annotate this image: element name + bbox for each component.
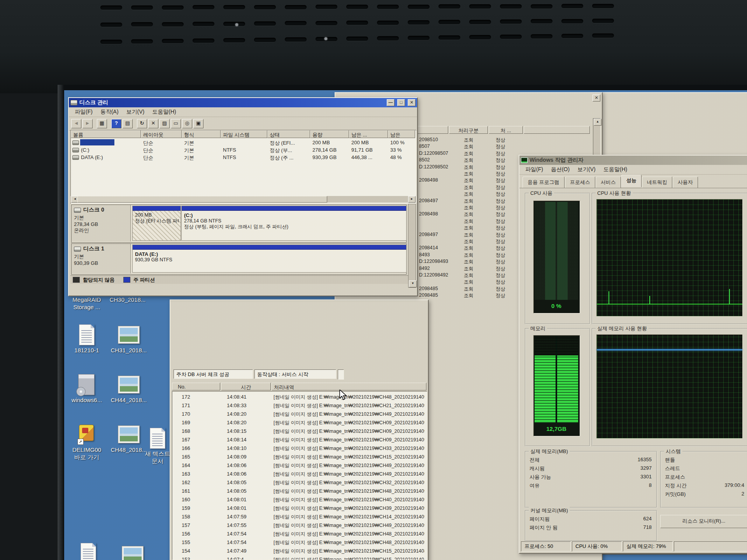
log-row[interactable]: 16714:08:14[썸네일 이미지 생성] E:₩image_tn₩2021… [172, 436, 425, 444]
tab-프로세스[interactable]: 프로세스 [565, 177, 595, 188]
console-tree-icon[interactable]: ▦ [97, 119, 107, 128]
volume-column-header[interactable]: 남은 [388, 130, 415, 138]
scrollbar-vertical[interactable]: ▲ [593, 118, 601, 158]
manage-icon[interactable]: ▣ [193, 119, 203, 128]
close-icon[interactable]: ✕ [593, 94, 600, 102]
log-row[interactable]: 15514:07:54[썸네일 이미지 생성] E:₩image_tn₩2021… [172, 539, 425, 547]
column-header-no[interactable]: No. [172, 383, 220, 390]
desktop-icon[interactable]: 181210-1 [68, 324, 105, 354]
menu-item[interactable]: 도움말(H) [149, 108, 179, 116]
menu-item[interactable]: 보기(V) [123, 108, 148, 116]
log-no: 159 [182, 505, 190, 511]
help-icon[interactable]: ? [111, 119, 121, 128]
menu-item[interactable]: 보기(V) [574, 165, 599, 174]
scrollbar-vertical[interactable]: ▼ [408, 204, 416, 288]
log-row[interactable]: 16814:08:15[썸네일 이미지 생성] E:₩image_tn₩2021… [172, 427, 425, 436]
log-row[interactable]: 15414:07:49[썸네일 이미지 생성] E:₩image_tn₩2021… [172, 547, 425, 556]
photo-frame [118, 425, 140, 443]
disk-info-cell[interactable]: 디스크 0기본278,34 GB온라인 [72, 205, 131, 242]
vent-slot [346, 21, 368, 25]
tab-응용 프로그램[interactable]: 응용 프로그램 [523, 177, 565, 188]
column-header-detail[interactable]: 처리내역 [272, 383, 426, 390]
legend-swatch [73, 277, 80, 283]
maximize-icon[interactable]: □ [397, 99, 405, 106]
log-row[interactable]: 16214:08:05[썸네일 이미지 생성] E:₩image_tn₩2021… [172, 479, 425, 487]
volume-row[interactable]: 단순기본정상 (EFI...200 MB200 MB100 % [71, 139, 415, 146]
column-header-time[interactable]: 시간 [221, 383, 271, 390]
back-icon[interactable]: ◄ [71, 119, 81, 128]
partition-box[interactable]: DATA (E:)930,39 GB NTFS [132, 245, 407, 273]
volume-column-header[interactable]: 용량 [310, 130, 349, 138]
volume-column-header[interactable]: 남은 ... [349, 130, 388, 138]
close-icon[interactable]: ✕ [408, 99, 416, 106]
resource-monitor-button[interactable]: 리소스 모니터(R)... [660, 515, 747, 528]
open-icon[interactable]: ▭ [171, 119, 181, 128]
log-row[interactable]: 16114:08:05[썸네일 이미지 생성] E:₩image_tn₩2021… [172, 487, 425, 496]
log-row[interactable]: 16414:08:06[썸네일 이미지 생성] E:₩image_tn₩2021… [172, 462, 425, 470]
job-number: D:122098507 [419, 150, 448, 156]
desktop-icon[interactable]: windows6... [68, 373, 105, 404]
partition-box[interactable]: (C:)278,14 GB NTFS정상 (부팅, 페이지 파일, 크래시 덤프… [181, 206, 407, 241]
desktop-icon[interactable] [70, 542, 107, 560]
menu-item[interactable]: 옵션(O) [547, 165, 573, 174]
stat-label: 프로세스 [665, 474, 685, 481]
forward-icon[interactable]: ► [82, 119, 93, 128]
disk-info-cell[interactable]: 디스크 1기본930,39 GB [72, 244, 131, 273]
log-row[interactable]: 16614:08:10[썸네일 이미지 생성] E:₩image_tn₩2021… [172, 444, 425, 453]
desktop-icon[interactable]: CH44_2018... [110, 373, 147, 404]
volume-column-header[interactable]: 볼륨 [71, 130, 141, 138]
desktop-icon[interactable]: MegaRAID Storage ... [68, 296, 105, 311]
log-row[interactable]: 16514:08:09[썸네일 이미지 생성] E:₩image_tn₩2021… [172, 453, 425, 462]
tab-사용자[interactable]: 사용자 [673, 177, 698, 188]
scroll-up-icon[interactable]: ▲ [594, 119, 601, 126]
menu-item[interactable]: 파일(F) [522, 165, 547, 174]
job-list-row[interactable]: 8507조회정상 [417, 143, 600, 150]
log-row[interactable]: 15614:07:54[썸네일 이미지 생성] E:₩image_tn₩2021… [172, 530, 425, 539]
menu-item[interactable]: 동작(A) [97, 108, 122, 116]
log-row[interactable]: 17114:08:33[썸네일 이미지 생성] E:₩image_tn₩2021… [172, 402, 425, 410]
menu-item[interactable]: 파일(F) [71, 108, 96, 116]
desktop-icon[interactable]: CH30_2018... [109, 296, 146, 304]
log-row[interactable]: 15314:07:4[썸네일 이미지 생성] E:₩image_tn₩20210… [172, 556, 425, 560]
volume-column-header[interactable]: 파일 시스템 [221, 130, 267, 138]
panel-icon[interactable]: ▤ [123, 119, 133, 128]
volume-capacity: 278,14 GB [312, 147, 337, 153]
log-row[interactable]: 16014:08:01[썸네일 이미지 생성] E:₩image_tn₩2021… [172, 496, 425, 504]
log-no: 171 [182, 402, 190, 408]
search-icon[interactable]: ◎ [182, 119, 192, 128]
tab-서비스[interactable]: 서비스 [596, 177, 621, 188]
disk-management-titlebar[interactable]: 디스크 관리—□✕ [69, 98, 417, 107]
delete-icon[interactable]: ✕ [148, 119, 158, 128]
desktop-icon[interactable]: CH31_2018... [110, 324, 147, 354]
volume-column-header[interactable]: 레이아웃 [141, 130, 182, 138]
partition-box[interactable]: 200 MB정상 (EFI 시스템 파티 [132, 206, 181, 241]
volume-column-header[interactable]: 상태 [267, 130, 310, 138]
volume-row[interactable]: (C:)단순기본NTFS정상 (부...278,14 GB91,71 GB33 … [71, 146, 415, 154]
tab-성능[interactable]: 성능 [621, 175, 642, 187]
minimize-icon[interactable]: — [387, 99, 395, 106]
desktop-icon[interactable] [114, 544, 151, 560]
log-row[interactable]: 17214:08:41[썸네일 이미지 생성] E:₩image_tn₩2021… [172, 393, 425, 402]
column-header-result[interactable]: 처 ... [489, 126, 523, 134]
scroll-down-icon[interactable]: ▼ [409, 280, 417, 287]
column-header-division[interactable]: 처리구분 [449, 126, 488, 134]
properties-icon[interactable]: ▨ [160, 119, 170, 128]
scrollbar-horizontal[interactable]: ◄► [70, 196, 416, 203]
task-manager-titlebar[interactable]: Windows 작업 관리자 [519, 156, 747, 165]
tab-네트워킹[interactable]: 네트워킹 [642, 177, 672, 188]
refresh-icon[interactable]: ↻ [137, 119, 147, 128]
log-row[interactable]: 17014:08:20[썸네일 이미지 생성] E:₩image_tn₩2021… [172, 410, 425, 419]
scroll-right-icon[interactable]: ► [408, 196, 416, 203]
volume-row[interactable]: DATA (E:)단순기본NTFS정상 (주 ...930,39 GB446,3… [71, 154, 415, 161]
job-list-row[interactable]: 2098510조회정상 [417, 136, 600, 143]
log-row[interactable]: 16314:08:06[썸네일 이미지 생성] E:₩image_tn₩2021… [172, 470, 425, 479]
desktop-icon[interactable]: ➚DELIMG00 바로 가기 [68, 423, 105, 461]
menu-item[interactable]: 도움말(H) [600, 165, 631, 174]
log-row[interactable]: 16914:08:20[썸네일 이미지 생성] E:₩image_tn₩2021… [172, 419, 425, 427]
log-row[interactable]: 15814:07:59[썸네일 이미지 생성] E:₩image_tn₩2021… [172, 513, 425, 522]
log-row[interactable]: 15714:07:55[썸네일 이미지 생성] E:₩image_tn₩2021… [172, 522, 425, 530]
volume-column-header[interactable]: 형식 [182, 130, 221, 138]
job-division: 조회 [464, 184, 473, 191]
log-row[interactable]: 15914:08:01[썸네일 이미지 생성] E:₩image_tn₩2021… [172, 504, 425, 513]
scroll-thumb[interactable] [77, 196, 327, 203]
